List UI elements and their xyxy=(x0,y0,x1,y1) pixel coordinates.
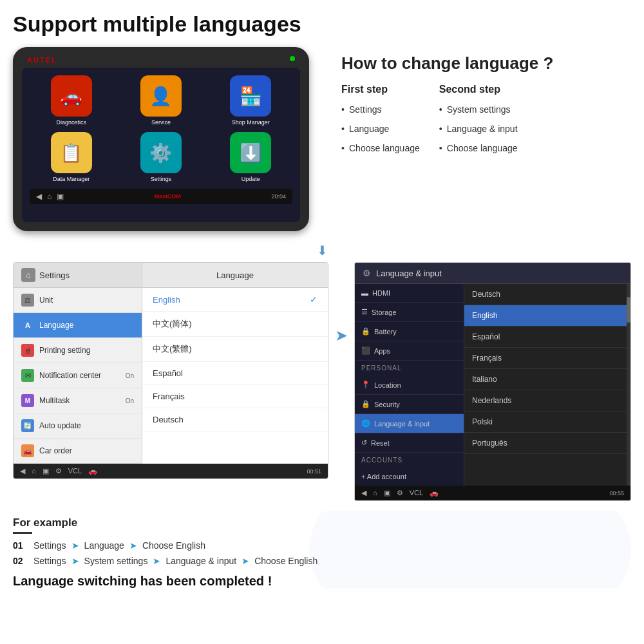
security-label: Security xyxy=(374,401,400,408)
app-service[interactable]: 👤 Service xyxy=(119,75,202,126)
language-input-icon: 🌐 xyxy=(361,419,370,428)
storage-icon: ☰ xyxy=(361,308,368,316)
li-lang-nederlands[interactable]: Nederlands xyxy=(464,390,627,412)
screen-body: ⚖ Unit A Language 🖨 Printing setting ✉ N… xyxy=(14,288,328,464)
device-top-bar: AUTEL xyxy=(22,56,300,68)
app-diagnostics[interactable]: 🚗 Diagnostics xyxy=(30,75,113,126)
second-step-col: Second step System settings Language & i… xyxy=(439,84,518,162)
li-portugues-label: Português xyxy=(472,439,507,448)
li-hdmi[interactable]: ▬ HDMI xyxy=(355,284,464,303)
step-02-arrow2: ➤ xyxy=(153,556,160,566)
language-menu-icon: A xyxy=(21,319,34,332)
li-lang-italiano[interactable]: Italiano xyxy=(464,369,627,390)
language-menu-label: Language xyxy=(39,321,73,330)
li-scrollbar[interactable] xyxy=(627,284,630,486)
lang-chinese-simplified[interactable]: 中文(简体) xyxy=(142,312,328,337)
li-languages: Deutsch English Español Français Italian… xyxy=(464,284,627,486)
menu-item-notification[interactable]: ✉ Notification center On xyxy=(14,363,142,388)
li-reset[interactable]: ↺ Reset xyxy=(355,433,464,453)
lang-espanol-label: Español xyxy=(153,368,183,378)
lang-check-icon: ✓ xyxy=(310,294,317,305)
li-lang-polski[interactable]: Polski xyxy=(464,412,627,433)
unit-label: Unit xyxy=(39,296,53,305)
lang-chinese-traditional[interactable]: 中文(繁體) xyxy=(142,337,328,362)
li-apps[interactable]: ⬛ Apps xyxy=(355,341,464,361)
update-icon: ⬇️ xyxy=(230,132,271,173)
settings-screen-bottom-bar: ◀ ⌂ ▣ ⚙ VCL 🚗 00:51 xyxy=(14,464,328,478)
printing-icon: 🖨 xyxy=(21,344,34,357)
screen-header-right: Language xyxy=(142,263,328,287)
device: AUTEL 🚗 Diagnostics 👤 Service xyxy=(13,47,309,231)
li-language-input[interactable]: 🌐 Language & input xyxy=(355,414,464,433)
language-input-screen: ⚙ Language & input ▬ HDMI ☰ Storage 🔒 Ba… xyxy=(354,262,631,501)
for-example-title: For example xyxy=(13,516,631,529)
menu-item-printing[interactable]: 🖨 Printing setting xyxy=(14,338,142,363)
li-lang-francais[interactable]: Français xyxy=(464,348,627,369)
li-car-icon: 🚗 xyxy=(430,489,439,497)
li-lang-deutsch[interactable]: Deutsch xyxy=(464,284,627,305)
li-add-account[interactable]: + Add account xyxy=(355,468,464,486)
screenshots-row: ⌂ Settings Language ⚖ Unit A Language xyxy=(13,262,631,501)
menu-item-multitask[interactable]: M Multitask On xyxy=(14,388,142,413)
li-body: ▬ HDMI ☰ Storage 🔒 Battery ⬛ Apps xyxy=(355,284,630,486)
lang-deutsch[interactable]: Deutsch xyxy=(142,408,328,431)
device-screen: 🚗 Diagnostics 👤 Service 🏪 Shop Manager xyxy=(22,68,300,222)
step-01-language: Language xyxy=(84,540,124,551)
list-item: Settings xyxy=(341,104,420,115)
second-step-list: System settings Language & input Choose … xyxy=(439,104,518,153)
li-storage[interactable]: ☰ Storage xyxy=(355,303,464,322)
list-item: Language & input xyxy=(439,124,518,134)
device-model: MaxiCOM xyxy=(155,193,181,200)
lang-francais[interactable]: Français xyxy=(142,385,328,408)
multitask-icon: M xyxy=(21,394,34,407)
lang-espanol[interactable]: Español xyxy=(142,362,328,385)
step-02-li: Language & input xyxy=(166,556,236,566)
apps-menu-label: Apps xyxy=(374,347,390,355)
li-time: 00:55 xyxy=(609,490,624,497)
li-lang-english[interactable]: English xyxy=(464,305,627,327)
device-bottom-bar: ◀ ⌂ ▣ MaxiCOM 20:04 xyxy=(30,189,292,204)
lang-deutsch-label: Deutsch xyxy=(153,415,184,424)
li-italiano-label: Italiano xyxy=(472,375,497,384)
step-02-choose: Choose English xyxy=(254,556,317,566)
bottom-nav: ◀ ⌂ ▣ ⚙ VCL 🚗 xyxy=(20,467,97,475)
li-espanol-label: Español xyxy=(472,332,500,341)
data-manager-icon: 📋 xyxy=(51,132,92,173)
settings-screen-title: Settings xyxy=(39,270,70,280)
first-step-list: Settings Language Choose language xyxy=(341,104,420,153)
back-nav-icon: ◀ xyxy=(36,192,42,201)
menu-item-carorder[interactable]: 🚗 Car order xyxy=(14,439,142,464)
arrow-down: ⬇ xyxy=(13,243,631,258)
li-lang-espanol[interactable]: Español xyxy=(464,327,627,348)
service-icon: 👤 xyxy=(140,75,182,117)
service-label: Service xyxy=(151,119,171,126)
home-nav-icon: ⌂ xyxy=(47,192,52,201)
li-back-icon: ◀ xyxy=(361,489,366,497)
list-item: Choose language xyxy=(341,143,420,153)
li-security[interactable]: 🔒 Security xyxy=(355,395,464,414)
update-label: Update xyxy=(242,176,260,182)
page-title: Support multiple languages xyxy=(13,12,631,37)
app-data-manager[interactable]: 📋 Data Manager xyxy=(30,132,113,182)
menu-item-autoupdate[interactable]: 🔄 Auto update xyxy=(14,413,142,439)
page: Support multiple languages AUTEL 🚗 Diagn… xyxy=(0,0,644,644)
lang-english[interactable]: English ✓ xyxy=(142,288,328,312)
li-location[interactable]: 📍 Location xyxy=(355,375,464,395)
security-icon: 🔒 xyxy=(361,400,370,408)
li-lang-portugues[interactable]: Português xyxy=(464,433,627,454)
menu-item-unit[interactable]: ⚖ Unit xyxy=(14,288,142,313)
app-settings[interactable]: ⚙️ Settings xyxy=(119,132,202,182)
li-english-label: English xyxy=(472,311,497,320)
nav-icons: ◀ ⌂ ▣ xyxy=(36,192,64,201)
li-battery[interactable]: 🔒 Battery xyxy=(355,322,464,341)
example-step-02: 02 Settings ➤ System settings ➤ Language… xyxy=(13,556,631,566)
autoupdate-icon: 🔄 xyxy=(21,419,34,432)
menu-item-language[interactable]: A Language xyxy=(14,313,142,338)
li-vcl-label: VCL xyxy=(410,489,423,497)
app-shop-manager[interactable]: 🏪 Shop Manager xyxy=(209,75,292,126)
device-time: 20:04 xyxy=(271,193,286,200)
list-item: Language xyxy=(341,124,420,134)
app-grid: 🚗 Diagnostics 👤 Service 🏪 Shop Manager xyxy=(30,75,292,182)
app-update[interactable]: ⬇️ Update xyxy=(209,132,292,182)
top-section: AUTEL 🚗 Diagnostics 👤 Service xyxy=(13,47,631,231)
